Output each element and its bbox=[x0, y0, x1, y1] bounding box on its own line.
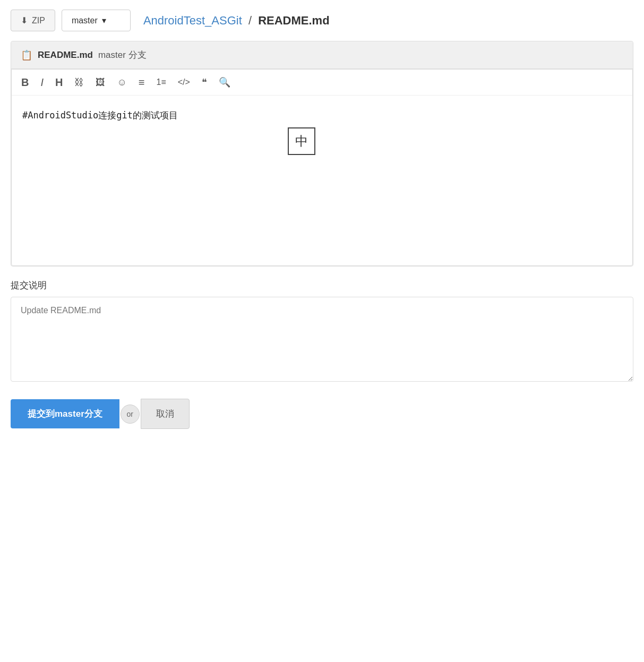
ordered-list-button[interactable]: 1≡ bbox=[156, 76, 167, 89]
quote-button[interactable]: ❝ bbox=[201, 75, 208, 89]
code-button[interactable]: </> bbox=[177, 76, 191, 89]
file-icon: 📋 bbox=[21, 49, 32, 61]
link-icon: ⛓ bbox=[74, 77, 84, 88]
editor-container: B I H ⛓ 🖼 ☺ ≡ 1≡ </> bbox=[11, 69, 633, 266]
search-button[interactable]: 🔍 bbox=[218, 75, 231, 89]
code-icon: </> bbox=[178, 78, 190, 87]
commit-textarea[interactable] bbox=[11, 297, 633, 382]
editor-content[interactable]: #AndroidStudio连接git的测试项目 中 bbox=[12, 96, 632, 265]
file-branch: master 分支 bbox=[98, 49, 147, 61]
search-icon: 🔍 bbox=[219, 77, 230, 88]
unordered-list-icon: ≡ bbox=[139, 76, 145, 88]
submit-button[interactable]: 提交到master分支 bbox=[11, 399, 119, 428]
zip-button[interactable]: ⬇ ZIP bbox=[11, 10, 55, 31]
file-name: README.md bbox=[38, 50, 93, 61]
action-bar: 提交到master分支 or 取消 bbox=[0, 384, 644, 444]
unordered-list-button[interactable]: ≡ bbox=[138, 75, 146, 90]
breadcrumb-separator: / bbox=[248, 14, 252, 27]
bold-icon: B bbox=[21, 76, 29, 88]
image-icon: 🖼 bbox=[96, 77, 105, 88]
emoji-icon: ☺ bbox=[117, 77, 126, 88]
branch-dropdown[interactable]: master ▾ bbox=[62, 10, 131, 31]
link-button[interactable]: ⛓ bbox=[73, 75, 85, 89]
italic-button[interactable]: I bbox=[39, 75, 45, 90]
quote-icon: ❝ bbox=[202, 77, 207, 88]
ordered-list-icon: 1≡ bbox=[157, 78, 166, 87]
emoji-button[interactable]: ☺ bbox=[116, 75, 127, 89]
top-bar: ⬇ ZIP master ▾ AndroidTest_ASGit / READM… bbox=[0, 0, 644, 41]
chevron-down-icon: ▾ bbox=[102, 15, 106, 25]
heading-icon: H bbox=[55, 76, 63, 88]
heading-button[interactable]: H bbox=[54, 75, 64, 90]
breadcrumb-current-file: README.md bbox=[258, 14, 329, 27]
download-icon: ⬇ bbox=[21, 15, 28, 25]
ime-indicator: 中 bbox=[288, 127, 315, 155]
image-button[interactable]: 🖼 bbox=[95, 75, 106, 89]
bold-button[interactable]: B bbox=[20, 75, 30, 90]
commit-label: 提交说明 bbox=[11, 279, 633, 291]
file-header: 📋 README.md master 分支 bbox=[11, 41, 633, 69]
ime-char: 中 bbox=[295, 131, 308, 151]
file-section: 📋 README.md master 分支 B I H ⛓ 🖼 ☺ bbox=[11, 41, 633, 266]
or-badge: or bbox=[121, 405, 140, 424]
branch-label: master bbox=[72, 16, 98, 25]
breadcrumb-repo-link[interactable]: AndroidTest_ASGit bbox=[143, 14, 242, 27]
zip-label: ZIP bbox=[32, 16, 45, 25]
italic-icon: I bbox=[40, 76, 44, 88]
editor-text: #AndroidStudio连接git的测试项目 bbox=[22, 110, 178, 121]
cancel-button[interactable]: 取消 bbox=[141, 399, 190, 429]
editor-toolbar: B I H ⛓ 🖼 ☺ ≡ 1≡ </> bbox=[12, 70, 632, 96]
breadcrumb: AndroidTest_ASGit / README.md bbox=[143, 14, 330, 28]
commit-section: 提交说明 bbox=[0, 266, 644, 384]
